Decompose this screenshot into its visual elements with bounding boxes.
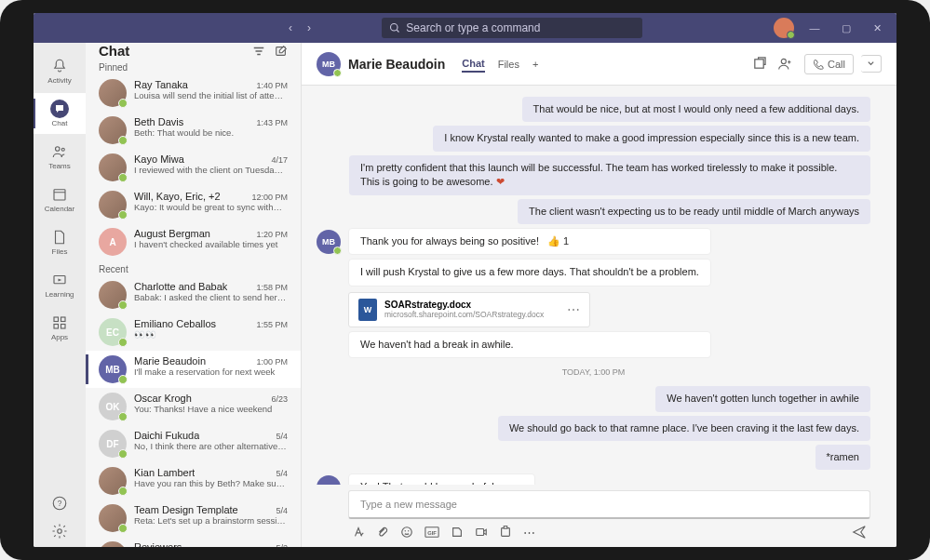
chat-list-item[interactable]: Kian Lambert5/4Have you ran this by Beth… [86,462,301,500]
chat-name: Kian Lambert [134,467,195,478]
chat-list-item[interactable]: AAugust Bergman1:20 PMI haven't checked … [86,223,301,260]
popout-icon[interactable] [752,57,766,71]
conversation-panel: MB Marie Beaudoin Chat Files + Call [302,43,896,547]
sticker-icon[interactable] [451,526,464,539]
more-icon[interactable]: ⋯ [523,526,535,540]
chat-list-item[interactable]: Ray Tanaka1:40 PMLouisa will send the in… [86,74,301,112]
message-bubble: We haven't gotten lunch together in awhi… [655,386,870,411]
app-rail: Activity Chat Teams Calendar Files [34,43,86,547]
help-icon[interactable]: ? [51,495,68,512]
rail-activity[interactable]: Activity [34,50,86,91]
rail-label: Learning [45,290,74,299]
chat-name: Kayo Miwa [134,153,184,165]
chat-preview: You: Thanks! Have a nice weekend [134,404,288,414]
chat-list-item[interactable]: Will, Kayo, Eric, +212:00 PMKayo: It wou… [86,186,301,223]
chat-avatar [99,191,127,219]
attach-icon[interactable] [376,526,389,539]
chat-list-item[interactable]: OKOscar Krogh6/23You: Thanks! Have a nic… [86,388,301,425]
chat-time: 4/17 [271,155,288,165]
svg-rect-11 [61,325,66,329]
settings-icon[interactable] [51,523,68,540]
gif-icon[interactable]: GIF [425,526,439,539]
message-bubble: I know Krystal really wanted to make a g… [433,126,870,151]
message-bubble: Yes! That would be wonderful. [348,473,535,485]
chat-avatar [99,153,127,181]
chat-list-header: Chat [86,43,301,59]
rail-learning[interactable]: Learning [34,264,86,305]
chat-preview: I reviewed with the client on Tuesda… [134,165,288,175]
maximize-button[interactable]: ▢ [835,22,857,34]
chat-list-item[interactable]: Beth Davis1:43 PMBeth: That would be nic… [86,112,301,149]
file-more-icon[interactable]: ⋯ [567,302,580,317]
rail-chat[interactable]: Chat [34,93,86,134]
chat-list-item[interactable]: Kayo Miwa4/17I reviewed with the client … [86,149,301,186]
chat-time: 6/23 [271,394,288,404]
chat-name: Charlotte and Babak [134,281,227,292]
rail-label: Activity [47,76,71,85]
chat-list-item[interactable]: Team Design Template5/4Reta: Let's set u… [86,500,301,537]
chat-list-item[interactable]: MBMarie Beaudoin1:00 PMI'll make a reser… [86,351,301,388]
back-arrow-icon[interactable]: ‹ [283,21,298,34]
tab-chat[interactable]: Chat [462,56,484,73]
close-button[interactable]: ✕ [867,22,889,34]
message-bubble: I'm pretty confident that this launch wi… [349,155,870,195]
add-people-icon[interactable] [777,56,793,72]
svg-rect-24 [502,528,510,537]
call-button[interactable]: Call [804,54,854,74]
chat-preview: 👀👀 [134,329,288,340]
file-attachment[interactable]: W SOARstrategy.docx microsoft.sharepoint… [348,292,590,327]
filter-icon[interactable] [252,45,265,58]
format-icon[interactable] [352,526,365,539]
message-bubble: Thank you for always being so positive! … [348,228,711,255]
minimize-button[interactable]: — [803,22,826,33]
new-chat-icon[interactable] [275,45,288,58]
current-user-avatar[interactable] [774,18,794,38]
extension-icon[interactable] [499,526,512,539]
chat-list-item[interactable]: Charlotte and Babak1:58 PMBabak: I asked… [86,276,301,313]
chat-icon [50,100,69,118]
thumbs-up-reaction[interactable]: 👍 1 [547,234,569,248]
chat-preview: Beth: That would be nice. [134,127,288,138]
meeting-icon[interactable] [475,526,488,539]
chat-name: Reviewers [134,541,182,547]
heart-icon: ❤ [496,176,505,187]
chat-time: 1:55 PM [256,320,288,329]
forward-arrow-icon[interactable]: › [302,21,317,34]
recent-section-label: Recent [86,260,301,276]
emoji-icon[interactable] [400,526,413,539]
learning-icon [50,271,69,289]
chat-preview: I'll make a reservation for next week [134,367,288,377]
search-placeholder: Search or type a command [406,21,540,34]
rail-apps[interactable]: Apps [34,307,86,348]
message-bubble: We should go back to that ramne place. I… [498,416,870,441]
chat-time: 1:20 PM [256,230,288,239]
rail-teams[interactable]: Teams [34,136,86,177]
sender-avatar: MB [317,475,341,485]
chat-name: Will, Kayo, Eric, +2 [134,191,221,202]
chat-list-item[interactable]: DFDaichi Fukuda5/4No, I think there are … [86,425,301,462]
add-tab-button[interactable]: + [532,57,538,72]
chat-list-item[interactable]: ECEmiliano Ceballos1:55 PM👀👀 [86,313,301,351]
chat-list-item[interactable]: Reviewers5/2Darren: Thats fine with me [86,537,301,547]
svg-rect-4 [54,190,65,200]
svg-rect-8 [54,317,59,322]
svg-point-17 [781,59,786,63]
compose-placeholder: Type a new message [360,499,457,510]
message-compose-input[interactable]: Type a new message [348,490,870,519]
call-dropdown[interactable] [861,55,882,73]
chat-avatar [99,116,127,144]
svg-point-0 [391,24,398,32]
chat-name: Emiliano Ceballos [134,318,216,329]
search-input[interactable]: Search or type a command [382,18,642,38]
message-list[interactable]: That would be nice, but at most I would … [302,86,896,485]
chat-preview: Louisa will send the initial list of att… [134,90,288,100]
send-icon[interactable] [852,525,867,540]
message-bubble: *ramen [815,445,870,470]
svg-point-18 [402,527,412,538]
rail-calendar[interactable]: Calendar [34,179,86,220]
svg-point-14 [58,529,62,534]
svg-rect-10 [54,325,59,329]
tab-files[interactable]: Files [498,57,519,72]
chat-name: August Bergman [134,228,210,239]
rail-files[interactable]: Files [34,221,86,262]
